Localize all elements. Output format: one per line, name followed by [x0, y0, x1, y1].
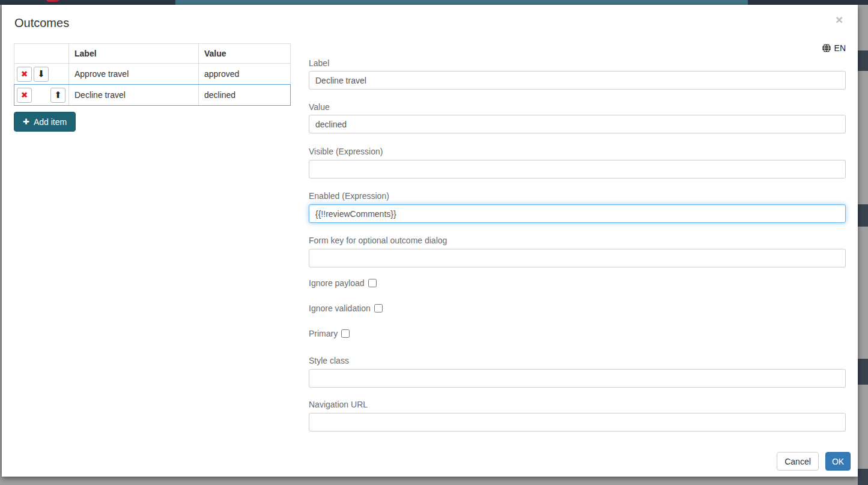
page-right-edge: [858, 5, 868, 485]
table-row[interactable]: ✖ ⬇ Approve travel approved: [14, 64, 291, 85]
label-field-label: Label: [309, 58, 846, 69]
delete-row-icon[interactable]: ✖: [17, 67, 32, 82]
header-app-segment: [175, 0, 748, 5]
flowable-logo-text: Flowable: [62, 0, 124, 5]
ignore-validation-label: Ignore validation: [309, 304, 371, 313]
outcomes-dialog: Outcomes × Label Value ✖ ⬇: [2, 5, 858, 477]
table-header-row: Label Value: [14, 44, 291, 64]
dimmed-backdrop: Flowable Apps ✳ Travel Request Admin Use…: [0, 0, 868, 485]
ignore-payload-checkbox[interactable]: [368, 279, 377, 287]
value-field-label: Value: [309, 102, 846, 112]
form-key-input[interactable]: [309, 249, 846, 267]
row-value-cell[interactable]: declined: [199, 85, 291, 106]
delete-row-icon[interactable]: ✖: [17, 88, 32, 103]
edge-dark-block: [858, 469, 868, 485]
app-header: Flowable Apps ✳ Travel Request Admin Use…: [0, 0, 868, 5]
move-up-icon[interactable]: ⬆: [50, 88, 65, 103]
value-input[interactable]: [309, 115, 846, 133]
move-down-icon[interactable]: ⬇: [34, 67, 49, 82]
visible-expression-label: Visible (Expression): [309, 146, 846, 157]
outcomes-table: Label Value ✖ ⬇ Approve travel approved: [14, 43, 291, 106]
ignore-validation-row: Ignore validation: [309, 304, 383, 313]
visible-expression-input[interactable]: [309, 160, 846, 178]
label-input[interactable]: [309, 71, 846, 90]
row-label-cell[interactable]: Approve travel: [69, 64, 199, 85]
globe-icon: [822, 43, 831, 53]
style-class-input[interactable]: [309, 369, 846, 388]
user-menu[interactable]: Admin User: [815, 0, 856, 5]
column-header-value: Value: [199, 44, 291, 64]
edge-dark-block: [858, 50, 868, 71]
primary-row: Primary: [309, 329, 350, 338]
ok-button[interactable]: OK: [825, 452, 851, 471]
enabled-expression-input[interactable]: [309, 204, 846, 223]
nav-apps[interactable]: Apps: [147, 0, 165, 5]
style-class-label: Style class: [309, 355, 846, 366]
edge-dark-block: [858, 204, 868, 227]
enabled-expression-label: Enabled (Expression): [309, 191, 846, 201]
table-row-selected[interactable]: ✖ ⬆ Decline travel declined: [14, 85, 291, 106]
app-asterisk-icon: ✳: [178, 0, 185, 5]
language-indicator[interactable]: EN: [822, 43, 846, 53]
column-header-label: Label: [69, 44, 199, 64]
ignore-payload-label: Ignore payload: [309, 278, 365, 288]
flowable-logo-icon: [46, 0, 59, 2]
add-item-button[interactable]: ✚ Add item: [14, 112, 76, 132]
plus-icon: ✚: [23, 117, 29, 126]
dialog-title: Outcomes: [14, 16, 69, 30]
edge-dark-block: [858, 359, 868, 385]
add-item-label: Add item: [34, 117, 67, 127]
close-icon[interactable]: ×: [836, 13, 843, 26]
current-app-name[interactable]: Travel Request: [198, 0, 255, 5]
empty-slot: [50, 67, 65, 82]
row-value-cell[interactable]: approved: [199, 64, 291, 85]
column-header-icons: [14, 44, 69, 64]
navigation-url-input[interactable]: [309, 413, 846, 432]
empty-slot: [34, 88, 49, 103]
ignore-validation-checkbox[interactable]: [374, 304, 383, 313]
primary-checkbox[interactable]: [341, 329, 350, 338]
cancel-button[interactable]: Cancel: [777, 452, 819, 471]
navigation-url-label: Navigation URL: [309, 399, 846, 410]
language-label: EN: [834, 43, 846, 53]
form-key-label: Form key for optional outcome dialog: [309, 235, 846, 246]
row-label-cell[interactable]: Decline travel: [69, 85, 199, 106]
primary-label: Primary: [309, 329, 338, 338]
ignore-payload-row: Ignore payload: [309, 278, 377, 288]
